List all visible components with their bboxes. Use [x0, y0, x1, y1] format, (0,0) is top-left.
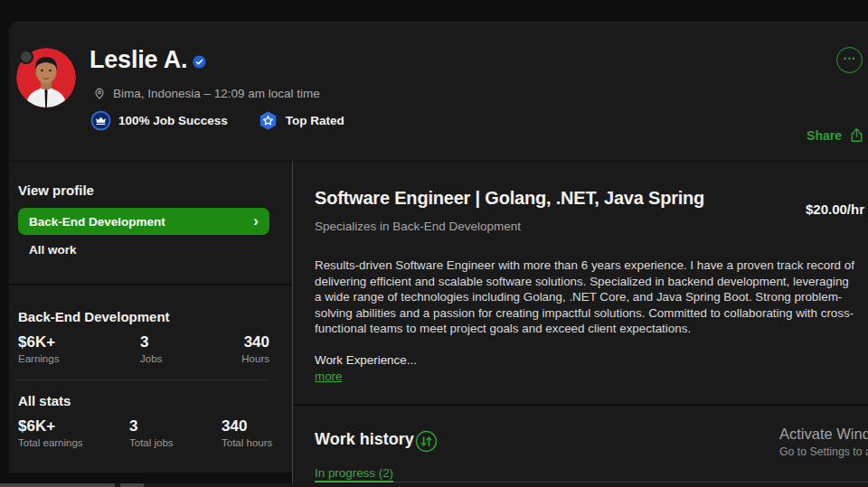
taskbar-search-edge: [0, 483, 115, 487]
view-profile-title: View profile: [18, 183, 94, 198]
top-rated-badge: Top Rated: [258, 110, 344, 131]
profile-overview-section: Software Engineer | Golang, .NET, Java S…: [293, 162, 868, 404]
jobs-label: Jobs: [140, 353, 162, 364]
hours-label: Hours: [241, 353, 269, 364]
offline-status-dot: [19, 50, 33, 64]
sidebar-item-back-end-development[interactable]: Back-End Development ›: [18, 208, 269, 235]
hours-value: 340: [244, 333, 269, 351]
stats-divider: [16, 379, 269, 380]
work-history-title: Work history: [315, 430, 414, 449]
profile-header: Leslie A. Bima, Indonesia – 12:09 am loc…: [9, 22, 868, 161]
total-jobs-label: Total jobs: [129, 437, 174, 448]
more-options-button[interactable]: •••: [836, 47, 863, 73]
location-row: Bima, Indonesia – 12:09 am local time: [92, 86, 320, 100]
more-link[interactable]: more: [315, 370, 343, 383]
earnings-value: $6K+: [18, 333, 55, 351]
total-hours-label: Total hours: [222, 437, 272, 448]
location-text: Bima, Indonesia – 12:09 am local time: [113, 87, 320, 100]
specialized-stats-title: Back-End Development: [18, 309, 170, 324]
profile-description: Results-driven Software Engineer with mo…: [315, 258, 857, 337]
windows-activation-watermark: Activate Windows Go to Settings to activ…: [779, 426, 868, 458]
taskbar-button-edge: [120, 483, 144, 487]
profile-title: Software Engineer | Golang, .NET, Java S…: [315, 188, 704, 209]
profile-sidebar: View profile Back-End Development › All …: [9, 162, 292, 473]
ellipsis-icon: •••: [844, 54, 856, 63]
top-rated-star-icon: [258, 110, 278, 131]
watermark-line2: Go to Settings to activate Windows.: [779, 445, 868, 458]
earnings-label: Earnings: [18, 353, 59, 364]
location-pin-icon: [92, 86, 107, 100]
work-experience-teaser: Work Experience...: [315, 353, 417, 367]
specialization-subtitle: Specializes in Back-End Development: [315, 220, 521, 233]
profile-name: Leslie A.: [90, 46, 187, 74]
chevron-right-icon: ›: [253, 213, 259, 229]
tab-in-progress[interactable]: In progress (2): [315, 467, 393, 482]
job-success-crown-icon: [90, 110, 111, 131]
work-history-tabbar: [315, 482, 868, 482]
taskbar-strip: [0, 483, 868, 487]
sort-icon[interactable]: [415, 430, 438, 453]
all-stats-title: All stats: [18, 393, 71, 408]
freelancer-profile-page: Leslie A. Bima, Indonesia – 12:09 am loc…: [0, 0, 868, 487]
sidebar-item-all-work[interactable]: All work: [29, 243, 77, 257]
specialization-button-label: Back-End Development: [29, 215, 165, 229]
job-success-badge: 100% Job Success: [90, 110, 228, 131]
verified-badge-icon: [192, 54, 207, 70]
top-rated-label: Top Rated: [286, 114, 344, 127]
sidebar-section-divider: [9, 284, 292, 286]
total-earnings-value: $6K+: [18, 417, 55, 435]
total-jobs-value: 3: [129, 417, 137, 435]
share-button[interactable]: Share: [807, 126, 865, 144]
badges-row: 100% Job Success Top Rated: [90, 110, 344, 131]
total-hours-value: 340: [222, 417, 247, 435]
share-icon: [848, 126, 865, 144]
jobs-value: 3: [140, 333, 148, 351]
total-earnings-label: Total earnings: [18, 437, 83, 448]
share-label: Share: [807, 128, 842, 143]
job-success-label: 100% Job Success: [118, 114, 228, 127]
watermark-line1: Activate Windows: [779, 426, 868, 443]
hourly-rate: $20.00/hr: [806, 201, 864, 217]
